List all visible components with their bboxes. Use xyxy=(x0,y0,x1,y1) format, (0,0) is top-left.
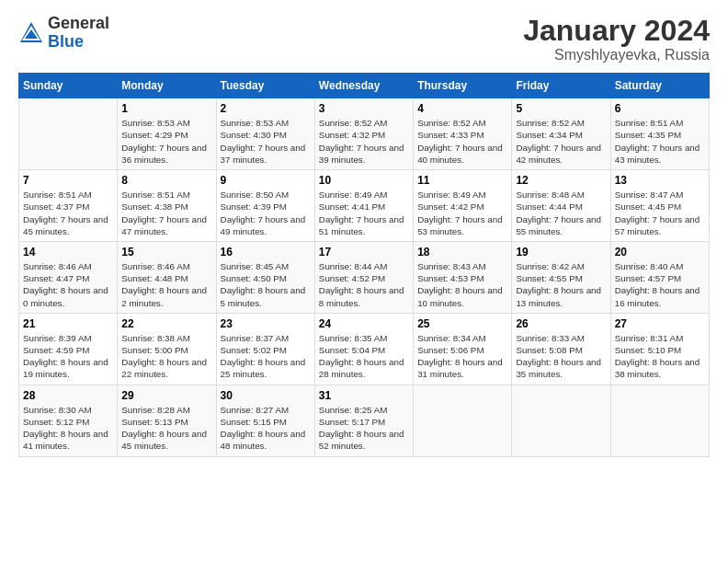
logo-blue: Blue xyxy=(48,33,109,52)
day-info: Sunrise: 8:51 AMSunset: 4:35 PMDaylight:… xyxy=(615,117,705,166)
day-info: Sunrise: 8:49 AMSunset: 4:41 PMDaylight:… xyxy=(319,189,409,237)
day-cell: 2Sunrise: 8:53 AMSunset: 4:30 PMDaylight… xyxy=(216,98,314,170)
col-tuesday: Tuesday xyxy=(216,74,314,98)
logo-general: General xyxy=(48,15,109,33)
day-number: 16 xyxy=(221,246,311,259)
day-number: 5 xyxy=(516,102,606,115)
day-cell: 1Sunrise: 8:53 AMSunset: 4:29 PMDaylight… xyxy=(118,98,216,170)
day-cell: 4Sunrise: 8:52 AMSunset: 4:33 PMDaylight… xyxy=(414,98,512,170)
day-info: Sunrise: 8:33 AMSunset: 5:08 PMDaylight:… xyxy=(516,332,606,381)
table-header: Sunday Monday Tuesday Wednesday Thursday… xyxy=(19,74,710,98)
day-number: 30 xyxy=(221,389,311,402)
col-thursday: Thursday xyxy=(414,74,512,98)
day-cell: 5Sunrise: 8:52 AMSunset: 4:34 PMDaylight… xyxy=(512,98,610,170)
day-info: Sunrise: 8:46 AMSunset: 4:48 PMDaylight:… xyxy=(121,260,211,309)
day-number: 10 xyxy=(319,174,409,187)
col-monday: Monday xyxy=(118,74,216,98)
day-info: Sunrise: 8:48 AMSunset: 4:44 PMDaylight:… xyxy=(516,189,606,237)
day-info: Sunrise: 8:30 AMSunset: 5:12 PMDaylight:… xyxy=(23,404,113,453)
day-number: 6 xyxy=(615,102,705,115)
day-number: 1 xyxy=(121,102,211,115)
day-number: 15 xyxy=(121,246,211,259)
day-cell: 30Sunrise: 8:27 AMSunset: 5:15 PMDayligh… xyxy=(216,385,314,456)
day-cell: 6Sunrise: 8:51 AMSunset: 4:35 PMDaylight… xyxy=(610,98,709,170)
day-info: Sunrise: 8:53 AMSunset: 4:30 PMDaylight:… xyxy=(221,117,311,166)
day-cell: 8Sunrise: 8:51 AMSunset: 4:38 PMDaylight… xyxy=(118,170,216,242)
day-cell: 23Sunrise: 8:37 AMSunset: 5:02 PMDayligh… xyxy=(216,313,314,385)
day-info: Sunrise: 8:31 AMSunset: 5:10 PMDaylight:… xyxy=(615,332,705,381)
day-info: Sunrise: 8:46 AMSunset: 4:47 PMDaylight:… xyxy=(23,260,113,309)
day-number: 26 xyxy=(516,317,606,330)
week-row-1: 7Sunrise: 8:51 AMSunset: 4:37 PMDaylight… xyxy=(19,170,710,242)
day-cell: 3Sunrise: 8:52 AMSunset: 4:32 PMDaylight… xyxy=(314,98,413,170)
day-cell: 21Sunrise: 8:39 AMSunset: 4:59 PMDayligh… xyxy=(19,313,118,385)
day-cell: 25Sunrise: 8:34 AMSunset: 5:06 PMDayligh… xyxy=(414,313,512,385)
header: General Blue January 2024 Smyshlyayevka,… xyxy=(18,15,710,63)
day-info: Sunrise: 8:44 AMSunset: 4:52 PMDaylight:… xyxy=(319,260,409,309)
col-saturday: Saturday xyxy=(610,74,709,98)
day-cell: 31Sunrise: 8:25 AMSunset: 5:17 PMDayligh… xyxy=(314,385,413,456)
day-number: 20 xyxy=(615,246,705,259)
day-number: 22 xyxy=(121,317,211,330)
day-cell: 9Sunrise: 8:50 AMSunset: 4:39 PMDaylight… xyxy=(216,170,314,242)
day-number: 13 xyxy=(615,174,705,187)
week-row-2: 14Sunrise: 8:46 AMSunset: 4:47 PMDayligh… xyxy=(19,241,710,313)
day-cell xyxy=(414,385,512,456)
day-number: 19 xyxy=(516,246,606,259)
week-row-0: 1Sunrise: 8:53 AMSunset: 4:29 PMDaylight… xyxy=(19,98,710,170)
col-wednesday: Wednesday xyxy=(314,74,413,98)
page: General Blue January 2024 Smyshlyayevka,… xyxy=(0,0,728,563)
day-number: 27 xyxy=(615,317,705,330)
day-cell xyxy=(610,385,709,456)
day-info: Sunrise: 8:43 AMSunset: 4:53 PMDaylight:… xyxy=(417,260,507,309)
day-cell: 7Sunrise: 8:51 AMSunset: 4:37 PMDaylight… xyxy=(19,170,118,242)
subtitle: Smyshlyayevka, Russia xyxy=(523,47,710,63)
day-number: 14 xyxy=(23,246,113,259)
day-info: Sunrise: 8:45 AMSunset: 4:50 PMDaylight:… xyxy=(221,260,311,309)
day-cell: 20Sunrise: 8:40 AMSunset: 4:57 PMDayligh… xyxy=(610,241,709,313)
day-info: Sunrise: 8:52 AMSunset: 4:32 PMDaylight:… xyxy=(319,117,409,166)
day-number: 4 xyxy=(417,102,507,115)
day-info: Sunrise: 8:50 AMSunset: 4:39 PMDaylight:… xyxy=(221,189,311,237)
day-cell: 11Sunrise: 8:49 AMSunset: 4:42 PMDayligh… xyxy=(414,170,512,242)
day-cell: 12Sunrise: 8:48 AMSunset: 4:44 PMDayligh… xyxy=(512,170,610,242)
day-cell xyxy=(512,385,610,456)
day-number: 7 xyxy=(23,174,113,187)
day-cell: 24Sunrise: 8:35 AMSunset: 5:04 PMDayligh… xyxy=(314,313,413,385)
day-cell xyxy=(19,98,118,170)
day-number: 18 xyxy=(417,246,507,259)
day-info: Sunrise: 8:40 AMSunset: 4:57 PMDaylight:… xyxy=(615,260,705,309)
day-number: 3 xyxy=(319,102,409,115)
day-number: 31 xyxy=(319,389,409,402)
day-cell: 17Sunrise: 8:44 AMSunset: 4:52 PMDayligh… xyxy=(314,241,413,313)
week-row-3: 21Sunrise: 8:39 AMSunset: 4:59 PMDayligh… xyxy=(19,313,710,385)
logo-icon xyxy=(18,20,44,46)
day-cell: 26Sunrise: 8:33 AMSunset: 5:08 PMDayligh… xyxy=(512,313,610,385)
day-number: 9 xyxy=(221,174,311,187)
day-info: Sunrise: 8:42 AMSunset: 4:55 PMDaylight:… xyxy=(516,260,606,309)
main-title: January 2024 xyxy=(523,15,710,47)
day-cell: 27Sunrise: 8:31 AMSunset: 5:10 PMDayligh… xyxy=(610,313,709,385)
week-row-4: 28Sunrise: 8:30 AMSunset: 5:12 PMDayligh… xyxy=(19,385,710,456)
day-info: Sunrise: 8:28 AMSunset: 5:13 PMDaylight:… xyxy=(121,404,211,453)
day-number: 23 xyxy=(221,317,311,330)
day-info: Sunrise: 8:47 AMSunset: 4:45 PMDaylight:… xyxy=(615,189,705,237)
day-number: 11 xyxy=(417,174,507,187)
day-info: Sunrise: 8:27 AMSunset: 5:15 PMDaylight:… xyxy=(221,404,311,453)
day-info: Sunrise: 8:52 AMSunset: 4:33 PMDaylight:… xyxy=(417,117,507,166)
day-number: 25 xyxy=(417,317,507,330)
day-info: Sunrise: 8:35 AMSunset: 5:04 PMDaylight:… xyxy=(319,332,409,381)
day-cell: 16Sunrise: 8:45 AMSunset: 4:50 PMDayligh… xyxy=(216,241,314,313)
day-number: 28 xyxy=(23,389,113,402)
day-info: Sunrise: 8:39 AMSunset: 4:59 PMDaylight:… xyxy=(23,332,113,381)
calendar-table: Sunday Monday Tuesday Wednesday Thursday… xyxy=(18,73,710,456)
calendar-body: 1Sunrise: 8:53 AMSunset: 4:29 PMDaylight… xyxy=(19,98,710,456)
day-number: 8 xyxy=(121,174,211,187)
day-number: 12 xyxy=(516,174,606,187)
day-cell: 14Sunrise: 8:46 AMSunset: 4:47 PMDayligh… xyxy=(19,241,118,313)
day-info: Sunrise: 8:37 AMSunset: 5:02 PMDaylight:… xyxy=(221,332,311,381)
header-row: Sunday Monday Tuesday Wednesday Thursday… xyxy=(19,74,710,98)
day-cell: 22Sunrise: 8:38 AMSunset: 5:00 PMDayligh… xyxy=(118,313,216,385)
day-info: Sunrise: 8:51 AMSunset: 4:37 PMDaylight:… xyxy=(23,189,113,237)
day-cell: 15Sunrise: 8:46 AMSunset: 4:48 PMDayligh… xyxy=(118,241,216,313)
